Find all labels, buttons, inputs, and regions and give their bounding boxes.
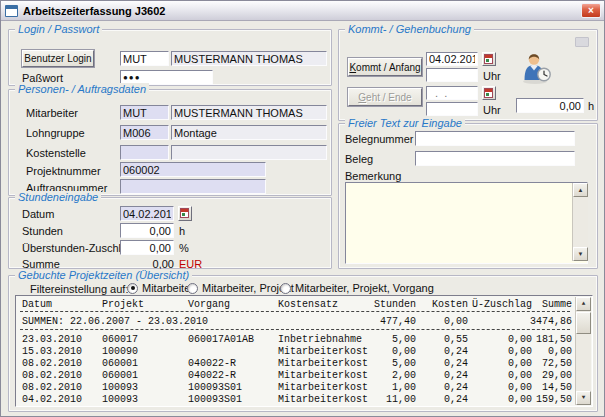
title-bar[interactable]: Arbeitszeiterfassung J3602 × [1, 1, 604, 21]
close-button[interactable]: × [581, 3, 601, 18]
table-row[interactable]: 08.02.2010060001040022-RMitarbeiterkost5… [16, 358, 575, 370]
projektnummer-input[interactable] [120, 162, 266, 177]
kommt-date-input[interactable] [426, 52, 478, 66]
bemerkung-textarea[interactable] [345, 182, 588, 264]
table-cell-datum: 15.03.2010 [22, 346, 98, 357]
scroll-down-icon[interactable]: ▼ [573, 247, 588, 261]
stunden-input[interactable] [120, 223, 174, 238]
table-cell-stunden: 11,00 [352, 394, 416, 405]
table-row[interactable]: 08.02.2010100093100093S01Mitarbeiterkost… [16, 382, 575, 394]
table-scrollbar[interactable]: ▲ ▼ [575, 297, 591, 405]
scroll-up-icon[interactable]: ▲ [573, 183, 588, 197]
geht-calendar-button[interactable] [482, 86, 496, 100]
user-code-input[interactable] [120, 51, 169, 66]
benutzer-login-button[interactable]: Benutzer Login [22, 50, 94, 67]
table-cell-vorgang: 040022-R [188, 358, 276, 369]
table-cell-vorgang: 060017A01AB [188, 334, 276, 345]
table-cell-stunden: 2,00 [352, 370, 416, 381]
table-cell-projekt: 100093 [102, 382, 182, 393]
calendar-icon [484, 54, 493, 64]
freitext-group-title: Freier Text zur Eingabe [345, 117, 465, 129]
radio-mitarbeiter-projekt[interactable]: Mitarbeiter, Projekt [187, 282, 294, 294]
table-cell-vorgang: 100093S01 [188, 394, 276, 405]
mitarbeiter-name-field [171, 105, 327, 120]
bemerkung-label: Bemerkung [345, 170, 401, 182]
zuschlag-input[interactable] [120, 240, 174, 255]
kommt-time-input[interactable] [426, 68, 478, 82]
table-divider [20, 311, 570, 312]
stunden-unit: h [179, 225, 185, 237]
radio-mitarbeiter[interactable]: Mitarbeiter [127, 282, 194, 294]
radio-mitarbeiter-projekt-vorgang[interactable]: Mitarbeiter, Projekt, Vorgang [280, 282, 434, 294]
radio-button-icon[interactable] [280, 283, 291, 294]
table-cell-datum: 08.02.2010 [22, 382, 98, 393]
geht-ende-button: Geht / Ende [348, 88, 422, 106]
lohngruppe-label: Lohngruppe [26, 127, 85, 139]
kommt-calendar-button[interactable] [482, 52, 496, 66]
lohngruppe-text-field [171, 125, 327, 140]
kostenstelle-text-field [171, 145, 327, 160]
table-cell-datum: 23.03.2010 [22, 334, 98, 345]
radio-label: Mitarbeiter, Projekt, Vorgang [295, 282, 434, 294]
table-cell-stunden: 5,00 [352, 358, 416, 369]
table-cell-kosten: 0,24 [412, 346, 468, 357]
app-window: Arbeitszeiterfassung J3602 × Login / Pas… [0, 0, 605, 417]
table-cell-kosten: 0,24 [412, 382, 468, 393]
table-cell-summe: 72,50 [496, 358, 572, 369]
zuschlag-label: Überstunden-Zuschlag [22, 242, 133, 254]
lohngruppe-code-input[interactable] [120, 125, 169, 140]
col-header-vorgang: Vorgang [188, 299, 276, 310]
beleg-label: Beleg [345, 153, 373, 165]
auftragsnummer-input[interactable] [120, 179, 266, 194]
table-cell-summe: 159,50 [496, 394, 572, 405]
table-row[interactable]: 15.03.2010100090Mitarbeiterkost0,000,240… [16, 346, 575, 358]
table-cell-summe: 0,00 [496, 346, 572, 357]
col-header-projekt: Projekt [102, 299, 182, 310]
geht-date-input[interactable] [426, 86, 478, 100]
geht-time-input[interactable] [426, 102, 478, 116]
table-cell-kosten: 0,24 [412, 394, 468, 405]
calendar-icon [180, 208, 189, 218]
mitarbeiter-code-input[interactable] [120, 105, 169, 120]
app-icon [5, 5, 18, 17]
group-corner-icon [575, 37, 589, 47]
scroll-up-icon[interactable]: ▲ [576, 297, 591, 311]
col-header-datum: Datum [22, 299, 98, 310]
belegnummer-label: Belegnummer [345, 133, 413, 145]
table-row[interactable]: 04.02.2010100093100093S01Mitarbeiterkost… [16, 394, 575, 406]
table-cell-datum: 04.02.2010 [22, 394, 98, 405]
gehen-sum-unit: h [588, 100, 594, 112]
table-cell-datum: 08.02.2010 [22, 358, 98, 369]
datum-calendar-button[interactable] [178, 206, 192, 221]
table-divider [20, 329, 570, 330]
kommt-uhr-label: Uhr [483, 70, 501, 82]
col-header-kosten: Kosten [412, 299, 468, 310]
freitext-group: Freier Text zur Eingabe Belegnummer Bele… [338, 123, 598, 269]
table-cell-vorgang: 040022-R [188, 370, 276, 381]
scrollbar-thumb[interactable] [576, 312, 591, 334]
datum-label: Datum [22, 208, 54, 220]
table-cell-projekt: 060001 [102, 370, 182, 381]
table-cell-vorgang: 100093S01 [188, 382, 276, 393]
table-cell-datum: 08.02.2010 [22, 370, 98, 381]
table-row[interactable]: 23.03.2010060017060017A01ABInbetriebnahm… [16, 334, 575, 346]
table-cell-stunden: 5,00 [352, 334, 416, 345]
table-cell-projekt: 060001 [102, 358, 182, 369]
gehen-sum-field [516, 98, 584, 113]
radio-button-icon[interactable] [127, 283, 138, 294]
person-group: Personen- / Auftragsdaten Mitarbeiter Lo… [8, 89, 332, 196]
kostenstelle-code-input[interactable] [120, 145, 169, 160]
radio-button-icon[interactable] [187, 283, 198, 294]
zuschlag-unit: % [179, 242, 189, 254]
datum-input[interactable] [120, 206, 174, 221]
kommt-anfang-button[interactable]: Kommt / Anfang [348, 58, 422, 76]
belegnummer-input[interactable] [415, 131, 575, 146]
beleg-input[interactable] [415, 151, 575, 166]
table-row[interactable]: 08.02.2010060001040022-RMitarbeiterkost2… [16, 370, 575, 382]
scroll-down-icon[interactable]: ▼ [576, 391, 591, 405]
bemerkung-scrollbar[interactable]: ▲ ▼ [572, 183, 588, 261]
table-cell-projekt: 100093 [102, 394, 182, 405]
kommt-group: Kommt- / Gehenbuchung Kommt / Anfang Uhr… [338, 29, 598, 121]
stunden-label: Stunden [22, 225, 63, 237]
summary-summe: 3474,86 [496, 316, 572, 327]
